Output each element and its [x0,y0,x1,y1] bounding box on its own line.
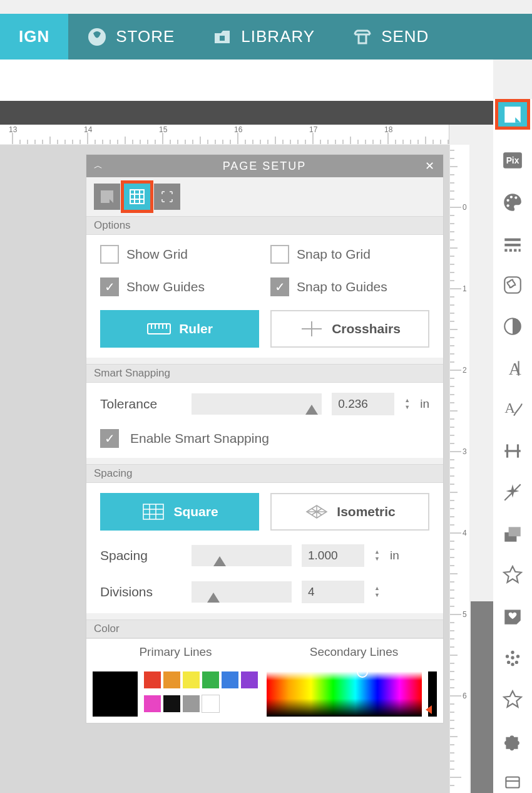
swatch[interactable] [202,695,219,712]
tool-sparkle[interactable] [500,482,525,503]
lbl-spacing: Spacing [100,548,182,563]
panel-tab-registration[interactable] [154,184,180,210]
right-toolbar: Pix A A [493,99,532,793]
chk-snap-guides[interactable] [270,277,289,296]
tool-star2[interactable] [500,689,525,710]
canvas-dark [471,601,493,793]
svg-point-171 [506,204,509,207]
svg-point-191 [515,661,518,664]
lbl-snap-guides: Snap to Guides [297,279,387,294]
tool-object[interactable] [500,772,525,793]
svg-point-192 [511,663,514,666]
input-spacing[interactable]: 1.000 [302,544,364,567]
stepper-divisions[interactable]: ▲▼ [374,586,380,598]
svg-text:13: 13 [9,125,18,134]
svg-point-188 [516,655,519,658]
toolbar-strip [0,60,493,101]
slider-divisions[interactable] [192,581,292,603]
gradient-knob[interactable] [357,666,368,678]
svg-rect-193 [506,777,519,787]
section-smart: Tolerance 0.236 ▲▼ in Enable Smart Snapp… [86,383,443,458]
slider-tolerance[interactable] [192,393,322,415]
brightness-knob[interactable] [426,705,432,714]
tool-puzzle[interactable] [500,730,525,752]
collapse-icon[interactable]: ︿ [94,160,104,172]
tab-store[interactable]: STORE [68,14,193,60]
svg-text:4: 4 [463,529,467,537]
svg-text:18: 18 [384,125,393,134]
panel-tabs [86,177,443,210]
tool-palette[interactable] [500,191,525,212]
tool-star-outline[interactable] [500,564,525,586]
tool-layers[interactable] [500,523,525,544]
slider-spacing[interactable] [192,545,292,566]
chk-snap-grid[interactable] [270,245,289,264]
tab-send[interactable]: SEND [334,14,448,60]
panel-tab-page[interactable] [94,184,120,210]
close-icon[interactable]: ✕ [425,159,436,173]
tool-page-setup[interactable] [495,99,530,130]
gradient-picker[interactable] [267,671,422,717]
lbl-show-guides: Show Guides [126,279,205,294]
tab-library[interactable]: LIBRARY [193,14,334,60]
input-tolerance[interactable]: 0.236 [332,393,394,415]
swatch[interactable] [183,671,200,688]
tool-pix[interactable]: Pix [500,150,525,171]
library-icon [212,27,232,47]
panel-titlebar[interactable]: ︿ PAGE SETUP ✕ [86,155,443,177]
tool-heart-tag[interactable] [500,606,525,627]
chk-show-grid[interactable] [100,245,119,264]
section-color-head: Color [86,619,443,638]
stepper-tolerance[interactable]: ▲▼ [404,398,410,410]
tool-lines[interactable] [500,233,525,254]
svg-text:2: 2 [463,366,467,375]
svg-rect-178 [518,361,519,376]
toggle-isometric[interactable]: Isometric [270,493,429,531]
brightness-slider[interactable] [428,671,437,717]
toggle-square[interactable]: Square [100,493,259,531]
tool-text-path[interactable]: A [500,398,525,420]
toggle-crosshairs[interactable]: Crosshairs [270,310,429,348]
svg-rect-196 [130,190,144,204]
tool-text[interactable]: A [500,357,525,378]
swatch[interactable] [202,671,219,688]
send-icon [352,27,372,47]
swatch[interactable] [183,695,200,712]
tool-contrast[interactable] [500,316,525,337]
svg-text:0: 0 [463,203,467,212]
chk-show-guides[interactable] [100,277,119,296]
chk-enable-smart[interactable] [100,429,119,448]
swatch[interactable] [144,671,161,688]
lbl-tolerance: Tolerance [100,397,182,412]
top-nav: IGN STORE LIBRARY SEND [0,14,532,60]
svg-text:3: 3 [463,447,467,456]
swatch[interactable] [163,695,180,712]
panel-tab-grid[interactable] [124,184,150,210]
swatch[interactable] [144,695,161,712]
ruler-horizontal: 131415161718 [0,125,449,144]
tool-align[interactable] [500,440,525,462]
swatch[interactable] [163,671,180,688]
section-smart-head: Smart Snapping [86,364,443,383]
store-icon [87,27,107,47]
tab-design[interactable]: IGN [0,14,68,60]
tool-dots[interactable] [500,647,525,668]
swatch-current[interactable] [93,671,138,717]
section-spacing-head: Spacing [86,464,443,483]
tab-primary-lines[interactable]: Primary Lines [86,639,265,665]
lbl-show-grid: Show Grid [126,247,188,262]
panel-page-setup: ︿ PAGE SETUP ✕ Options Show Grid Snap to… [86,155,443,723]
svg-text:1: 1 [463,284,467,293]
svg-text:A: A [504,400,515,417]
lbl-enable-smart: Enable Smart Snapping [130,431,269,446]
tool-flower[interactable] [500,274,525,296]
swatch[interactable] [241,671,258,688]
toggle-ruler[interactable]: Ruler [100,310,259,348]
lbl-snap-grid: Snap to Grid [297,247,371,262]
input-divisions[interactable]: 4 [302,581,364,603]
stepper-spacing[interactable]: ▲▼ [374,549,380,562]
tab-secondary-lines[interactable]: Secondary Lines [265,639,443,665]
swatch-grid [144,671,260,717]
swatch[interactable] [222,671,238,688]
svg-point-189 [511,656,514,660]
